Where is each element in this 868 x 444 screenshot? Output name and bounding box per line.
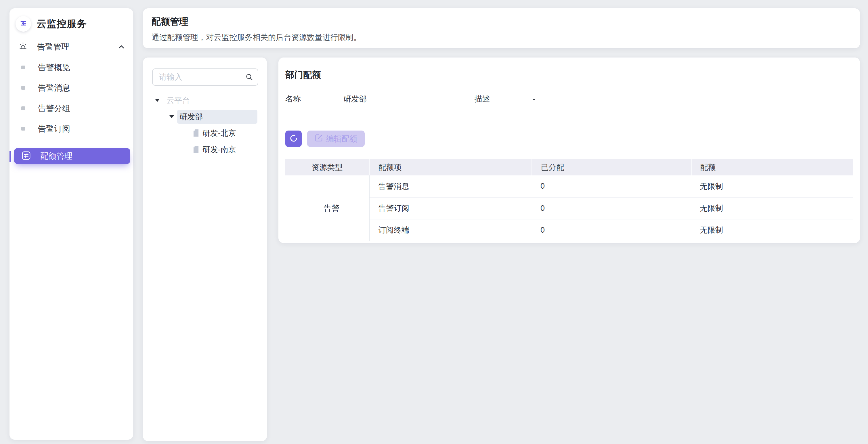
quota-sliders-icon <box>21 150 31 162</box>
quota-item-cell: 告警消息 <box>369 176 532 197</box>
sidebar-item-label: 告警订阅 <box>38 123 70 134</box>
table-row: 订阅终端 0 无限制 <box>285 219 853 241</box>
quota-item-cell: 订阅终端 <box>369 219 532 241</box>
search-icon[interactable] <box>245 73 254 82</box>
quota-cell: 无限制 <box>691 176 853 197</box>
app-title: 云监控服务 <box>36 17 87 30</box>
chevron-up-icon[interactable] <box>117 42 126 51</box>
sidebar-group-label: 告警管理 <box>37 41 69 52</box>
page-title: 配额管理 <box>152 15 849 28</box>
table-row: 告警 告警消息 0 无限制 <box>285 176 853 197</box>
page-header: 配额管理 通过配额管理，对云监控服务相关的后台资源数量进行限制。 <box>143 8 860 48</box>
section-divider <box>285 117 853 117</box>
panel-title: 部门配额 <box>285 69 853 81</box>
tree-node-root[interactable]: 云平台 <box>143 92 267 108</box>
edit-button-label: 编辑配额 <box>326 134 357 144</box>
sidebar-submenu: 告警概览 告警消息 告警分组 告警订阅 <box>9 57 133 139</box>
page-description: 通过配额管理，对云监控服务相关的后台资源数量进行限制。 <box>152 32 849 42</box>
tree-search-input[interactable] <box>152 68 258 86</box>
tree-node-leaf[interactable]: 研发-北京 <box>143 125 267 141</box>
allocated-cell: 0 <box>532 197 691 219</box>
caret-down-icon[interactable] <box>155 99 160 102</box>
column-header-allocated: 已分配 <box>532 159 691 176</box>
active-accent-bar <box>9 151 11 162</box>
quota-item-cell: 告警订阅 <box>369 197 532 219</box>
info-pair-description: 描述 - <box>474 94 664 104</box>
refresh-icon <box>289 134 298 144</box>
column-header-quota-item: 配额项 <box>369 159 532 176</box>
info-label: 名称 <box>285 94 343 104</box>
bullet-icon <box>21 127 25 131</box>
brand: 云监控服务 <box>16 16 133 32</box>
info-pair-name: 名称 研发部 <box>285 94 474 104</box>
tree-search <box>152 68 258 86</box>
sidebar-item-alert-subscriptions[interactable]: 告警订阅 <box>9 119 133 139</box>
sidebar: 云监控服务 告警管理 告警概览 告警消息 <box>9 8 133 440</box>
file-icon <box>193 129 199 137</box>
toolbar: 编辑配额 <box>285 131 853 147</box>
sidebar-item-alert-messages[interactable]: 告警消息 <box>9 77 133 98</box>
quota-table: 资源类型 配额项 已分配 配额 告警 告警消息 0 无限制 告警订阅 0 无限制… <box>285 159 853 241</box>
column-header-resource-type: 资源类型 <box>285 159 369 176</box>
tree-node-label: 研发-北京 <box>203 128 236 138</box>
bullet-icon <box>21 86 25 90</box>
sidebar-item-label: 配额管理 <box>40 151 72 162</box>
table-header-row: 资源类型 配额项 已分配 配额 <box>285 159 853 176</box>
alarm-icon <box>19 42 28 52</box>
quota-panel: 部门配额 名称 研发部 描述 - <box>278 58 860 243</box>
allocated-cell: 0 <box>532 176 691 197</box>
quota-cell: 无限制 <box>691 219 853 241</box>
sidebar-item-alert-groups[interactable]: 告警分组 <box>9 98 133 119</box>
tree-node-leaf[interactable]: 研发-南京 <box>143 141 267 158</box>
info-label: 描述 <box>474 94 533 104</box>
info-value: - <box>533 95 535 103</box>
org-tree: 云平台 研发部 研发-北京 研发-南京 <box>143 92 267 158</box>
caret-down-icon[interactable] <box>169 115 174 118</box>
org-tree-panel: 云平台 研发部 研发-北京 研发-南京 <box>143 58 267 441</box>
resource-type-cell: 告警 <box>285 176 369 241</box>
dept-info: 名称 研发部 描述 - <box>285 94 853 104</box>
info-value: 研发部 <box>343 94 367 104</box>
sidebar-item-alert-overview[interactable]: 告警概览 <box>9 57 133 77</box>
refresh-button[interactable] <box>285 131 302 147</box>
tree-node-label: 研发-南京 <box>203 145 236 155</box>
sidebar-item-quota-management[interactable]: 配额管理 <box>14 148 130 164</box>
tree-node-dept-selected[interactable]: 研发部 <box>143 108 267 125</box>
column-header-quota: 配额 <box>691 159 853 176</box>
menu-collapse-icon <box>19 19 28 29</box>
edit-icon <box>315 134 323 144</box>
tree-node-label: 研发部 <box>180 112 203 122</box>
sidebar-item-label: 告警消息 <box>38 83 70 93</box>
bullet-icon <box>21 66 25 69</box>
tree-node-label: 云平台 <box>166 95 190 105</box>
allocated-cell: 0 <box>532 219 691 241</box>
sidebar-item-label: 告警概览 <box>38 62 70 73</box>
quota-cell: 无限制 <box>691 197 853 219</box>
edit-quota-button[interactable]: 编辑配额 <box>307 131 365 147</box>
app-logo <box>16 16 31 32</box>
sidebar-item-label: 告警分组 <box>38 103 70 114</box>
sidebar-group-alert-management[interactable]: 告警管理 <box>9 39 133 55</box>
bullet-icon <box>21 106 25 110</box>
table-row: 告警订阅 0 无限制 <box>285 197 853 219</box>
file-icon <box>193 146 199 153</box>
